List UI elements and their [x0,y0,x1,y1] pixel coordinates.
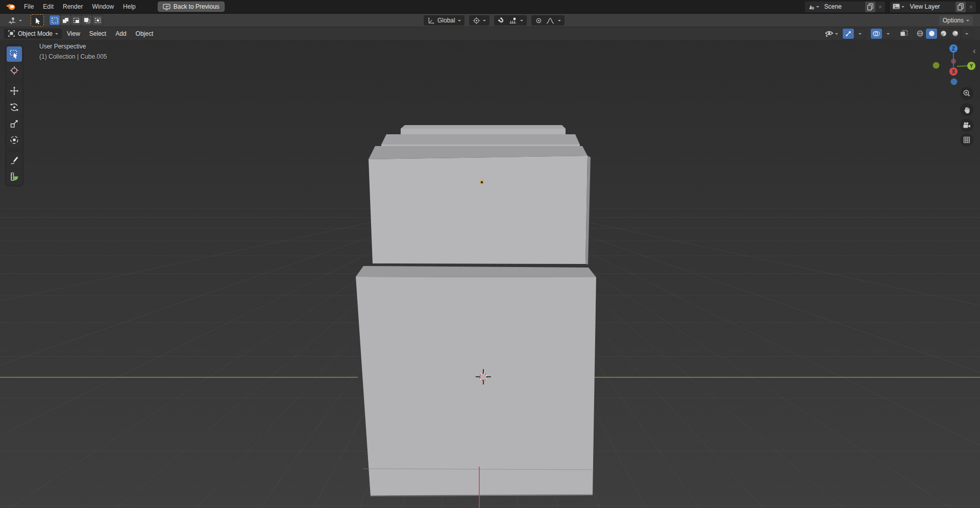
remove-view-layer-button[interactable]: × [966,3,976,11]
scene-browse-button[interactable] [805,2,821,12]
chevron-down-icon [816,6,819,9]
back-screen-icon [163,4,170,10]
view-layer-selector: View Layer × [890,2,976,12]
gizmo-axis-neg[interactable] [951,79,958,85]
select-mode-invert[interactable] [82,15,92,25]
orientation-label: Global [437,17,455,24]
unlink-scene-button[interactable]: × [875,3,886,11]
snap-group [494,15,527,26]
blender-logo-icon[interactable] [5,2,16,11]
zoom-icon [963,89,971,98]
tool-cursor[interactable] [7,63,22,78]
material-shading-button[interactable] [938,29,949,39]
middle-cube-front-face [369,156,587,264]
select-mode-intersect[interactable] [92,15,103,25]
menu-window[interactable]: Window [87,2,118,12]
solid-shading-icon [928,30,936,37]
tool-settings-bar: Global [0,13,980,27]
select-box-icon [10,50,19,59]
xray-toggle[interactable] [898,29,910,39]
select-mode-subtract[interactable] [71,15,81,25]
chevron-down-icon [859,33,862,36]
magnet-icon[interactable] [498,17,505,25]
second-slab-top-face [381,134,580,144]
scene-name[interactable]: Scene [821,3,865,10]
toolbar-separator [7,149,22,152]
new-view-layer-button[interactable] [955,2,966,12]
pivot-point-icon [473,17,480,25]
rendered-shading-button[interactable] [949,29,961,39]
extend-mode-icon [62,17,69,23]
menu-help[interactable]: Help [118,2,140,12]
header-menu-view[interactable]: View [63,29,84,39]
gizmo-dropdown[interactable] [854,29,866,39]
editor-type-selector[interactable] [4,15,26,26]
tool-transform[interactable] [7,132,22,148]
viewport-header: Object Mode View Select Add Object [0,27,980,40]
menu-render[interactable]: Render [58,2,87,12]
options-dropdown[interactable]: Options [939,15,973,26]
mode-dropdown[interactable]: Object Mode [4,29,62,39]
chevron-down-icon [887,33,890,36]
viewport-header-right [823,28,973,39]
tool-select-box[interactable] [7,46,22,62]
options-label: Options [943,17,964,24]
transform-icon [10,135,19,144]
wireframe-shading-button[interactable] [914,29,925,39]
camera-view-button[interactable] [960,118,973,132]
view-layer-browse-button[interactable] [890,2,906,12]
set-mode-icon [52,17,58,23]
active-tool-button[interactable] [31,14,44,27]
back-to-previous-button[interactable]: Back to Previous [158,2,225,12]
show-gizmo-toggle[interactable] [843,29,854,39]
toolbar-separator [7,79,22,82]
move-icon [10,86,19,95]
chevron-down-icon [558,20,561,23]
solid-shading-button[interactable] [926,29,937,39]
select-mode-extend[interactable] [60,15,70,25]
header-menu-object[interactable]: Object [132,29,158,39]
3d-viewport: User Perspective (1) Collection | Cube.0… [0,40,980,508]
3d-viewport-canvas[interactable] [0,40,980,508]
pivot-point-dropdown[interactable] [469,15,489,26]
gizmo-axis-neg[interactable] [951,59,956,64]
transform-settings-group: Global [424,15,565,26]
sidebar-collapse-arrow[interactable]: ‹ [973,46,976,55]
blender-window: File Edit Render Window Help Back to Pre… [0,0,980,508]
shading-dropdown[interactable] [961,29,972,39]
tool-rotate[interactable] [7,100,22,115]
tool-annotate[interactable] [7,153,22,168]
header-menu-select[interactable]: Select [85,29,110,39]
chevron-down-icon[interactable] [835,33,838,36]
tool-move[interactable] [7,83,22,99]
3d-cursor-icon [10,66,19,75]
gizmo-axis-neg[interactable] [933,62,940,69]
tool-scale[interactable] [7,116,22,131]
chevron-down-icon [458,20,461,23]
menu-file[interactable]: File [19,2,38,12]
proportional-editing-icon[interactable] [535,17,543,25]
object-visibility-dropdown[interactable] [823,29,835,39]
view-layer-name[interactable]: View Layer [906,3,955,10]
pan-view-button[interactable] [960,103,973,116]
xray-icon [900,30,908,37]
show-overlays-toggle[interactable] [871,29,882,39]
mode-label: Object Mode [18,30,53,37]
falloff-curve-icon[interactable] [546,17,554,25]
zoom-view-button[interactable] [960,87,973,100]
overlays-icon [872,30,880,37]
header-menu-add[interactable]: Add [111,29,130,39]
new-scene-button[interactable] [865,2,875,12]
transform-orientation-dropdown[interactable]: Global [424,15,464,26]
invert-mode-icon [84,17,90,23]
tool-measure[interactable] [7,169,22,184]
select-mode-set[interactable] [50,15,60,25]
object-origin-dot [480,181,483,184]
toggle-ortho-button[interactable] [960,133,973,147]
menu-edit[interactable]: Edit [38,2,58,12]
top-slab-top-face [401,125,566,129]
subtract-mode-icon [73,17,80,23]
overlays-dropdown[interactable] [883,29,894,39]
snap-increment-icon[interactable] [509,17,517,25]
intersect-mode-icon [94,17,101,23]
